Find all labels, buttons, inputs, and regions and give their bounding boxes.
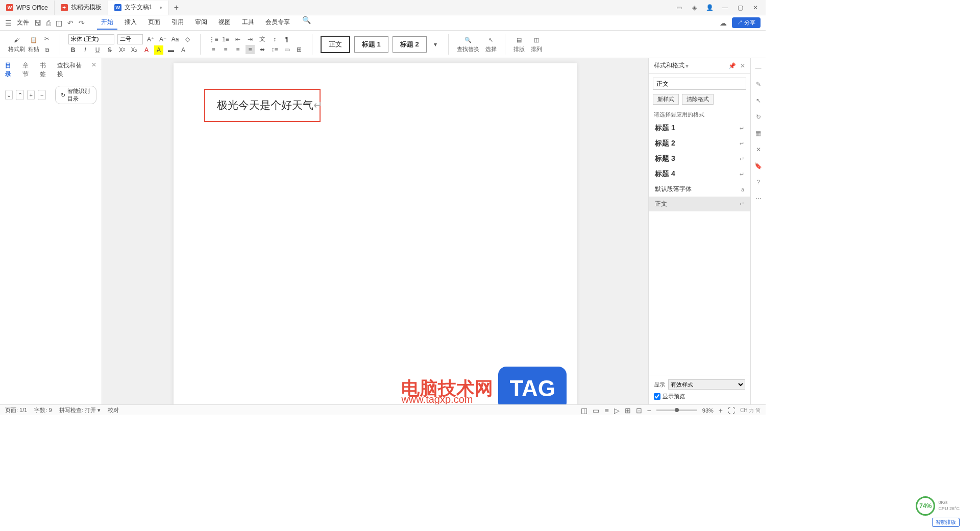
line-spacing-icon[interactable]: ↕≡ <box>270 45 279 54</box>
smart-toc-button[interactable]: ↻ 智能识别目录 <box>55 86 96 104</box>
highlight-button[interactable]: A <box>154 45 163 55</box>
nav-add-button[interactable]: + <box>27 90 35 100</box>
bookmark-icon[interactable]: 🔖 <box>754 161 763 171</box>
tab-wps-office[interactable]: W WPS Office <box>0 1 55 15</box>
style-item-default-font[interactable]: 默认段落字体a <box>649 182 750 197</box>
word-count[interactable]: 字数: 9 <box>34 406 52 414</box>
page[interactable]: 极光今天是个好天气↵ 电脑技术网 www.tagxp.com TAG <box>174 63 577 404</box>
decrease-indent-icon[interactable]: ⇤ <box>233 35 242 44</box>
align-justify-icon[interactable]: ≡ <box>246 45 255 54</box>
fit-width-icon[interactable]: ⊡ <box>636 406 642 415</box>
view-mode-2-icon[interactable]: ▭ <box>593 406 599 415</box>
user-avatar-icon[interactable]: 👤 <box>705 4 714 12</box>
style-heading1[interactable]: 标题 1 <box>354 36 388 53</box>
font-size-select[interactable] <box>117 34 143 44</box>
find-replace-button[interactable]: 🔍 查找替换 <box>457 35 479 53</box>
nav-collapse-button[interactable]: ⌃ <box>16 90 23 100</box>
style-item-h1[interactable]: 标题 1↵ <box>649 120 750 136</box>
nav-tab-chapters[interactable]: 章节 <box>22 61 34 79</box>
new-style-button[interactable]: 新样式 <box>653 94 679 105</box>
cube-icon[interactable]: ◈ <box>690 4 698 12</box>
italic-button[interactable]: I <box>81 45 90 55</box>
close-button[interactable]: ✕ <box>751 4 760 12</box>
close-icon[interactable]: ✕ <box>91 61 96 79</box>
app-menu-icon[interactable]: ▭ <box>675 4 683 12</box>
tab-page[interactable]: 页面 <box>144 16 164 30</box>
arrange-button[interactable]: ◫ 排列 <box>531 35 542 53</box>
new-tab-button[interactable]: + <box>168 3 184 12</box>
tools-icon[interactable]: ✕ <box>754 145 763 154</box>
bullet-list-icon[interactable]: ⋮≡ <box>209 35 218 44</box>
tab-start[interactable]: 开始 <box>97 16 117 30</box>
pointer-icon[interactable]: ↖ <box>754 96 763 105</box>
zoom-level[interactable]: 93% <box>702 407 714 414</box>
zoom-out-icon[interactable]: − <box>647 406 651 415</box>
tab-templates[interactable]: ✦ 找稻壳模板 <box>55 1 108 15</box>
style-normal[interactable]: 正文 <box>321 36 350 53</box>
para-shading-icon[interactable]: ▭ <box>282 45 291 54</box>
search-icon[interactable]: 🔍 <box>302 16 311 30</box>
file-menu[interactable]: 文件 <box>17 18 29 27</box>
fullscreen-icon[interactable]: ⛶ <box>728 406 735 415</box>
superscript-button[interactable]: X² <box>117 45 127 55</box>
show-filter-select[interactable]: 有效样式 <box>668 379 745 390</box>
tab-tools[interactable]: 工具 <box>238 16 258 30</box>
increase-font-icon[interactable]: A⁺ <box>146 35 155 44</box>
clear-format-icon[interactable]: ◇ <box>183 35 192 44</box>
nav-tab-find[interactable]: 查找和替换 <box>57 61 85 79</box>
print-icon[interactable]: ⎙ <box>46 19 51 27</box>
undo-icon[interactable]: ↶ <box>67 19 74 27</box>
help-icon[interactable]: ? <box>754 178 763 187</box>
copy-icon[interactable]: ⧉ <box>42 45 52 55</box>
show-marks-icon[interactable]: ¶ <box>282 35 291 44</box>
nav-tab-bookmarks[interactable]: 书签 <box>40 61 51 79</box>
align-right-icon[interactable]: ≡ <box>233 45 242 54</box>
align-left-icon[interactable]: ≡ <box>209 45 218 54</box>
more-icon[interactable]: ⋯ <box>754 194 763 203</box>
dropdown-icon[interactable]: ▾ <box>685 62 689 69</box>
clear-format-button[interactable]: 清除格式 <box>682 94 714 105</box>
current-style-select[interactable] <box>653 78 746 90</box>
tab-reference[interactable]: 引用 <box>167 16 188 30</box>
strikethrough-button[interactable]: S̶ <box>105 45 114 55</box>
tab-member[interactable]: 会员专享 <box>261 16 294 30</box>
styles-more-icon[interactable]: ▾ <box>431 40 440 49</box>
print-preview-icon[interactable]: ◫ <box>56 19 62 27</box>
redo-icon[interactable]: ↷ <box>79 19 85 27</box>
pin-icon[interactable]: 📌 <box>728 62 736 69</box>
increase-indent-icon[interactable]: ⇥ <box>246 35 255 44</box>
numbered-list-icon[interactable]: 1≡ <box>221 35 230 44</box>
text-direction-icon[interactable]: 文 <box>258 35 267 44</box>
grid-icon[interactable]: ▦ <box>754 129 763 138</box>
style-heading2[interactable]: 标题 2 <box>393 36 427 53</box>
subscript-button[interactable]: X₂ <box>130 45 139 55</box>
hamburger-icon[interactable]: ☰ <box>5 19 12 27</box>
borders-icon[interactable]: ⊞ <box>295 45 304 54</box>
view-mode-5-icon[interactable]: ⊞ <box>625 406 631 415</box>
view-mode-3-icon[interactable]: ≡ <box>604 406 608 415</box>
share-button[interactable]: ↗ 分享 <box>732 17 761 28</box>
change-case-icon[interactable]: Aa <box>170 35 180 44</box>
tab-review[interactable]: 审阅 <box>191 16 211 30</box>
zoom-in-icon[interactable]: + <box>719 406 723 415</box>
underline-button[interactable]: U <box>93 45 102 55</box>
proofread-status[interactable]: 校对 <box>108 406 119 414</box>
preview-checkbox[interactable]: 显示预览 <box>654 393 745 400</box>
format-brush-button[interactable]: 🖌 格式刷 <box>8 35 25 53</box>
style-item-h4[interactable]: 标题 4↵ <box>649 166 750 182</box>
sort-icon[interactable]: ↕ <box>270 35 279 44</box>
paste-button[interactable]: 📋 粘贴 <box>28 35 39 53</box>
align-center-icon[interactable]: ≡ <box>221 45 230 54</box>
zoom-slider[interactable] <box>656 409 697 411</box>
layout-button[interactable]: ▤ 排版 <box>513 35 525 53</box>
style-item-normal[interactable]: 正文↵ <box>649 197 750 211</box>
tab-view[interactable]: 视图 <box>214 16 235 30</box>
distribute-icon[interactable]: ⬌ <box>258 45 267 54</box>
reading-mode-icon[interactable]: ▷ <box>614 406 620 415</box>
style-item-h3[interactable]: 标题 3↵ <box>649 151 750 166</box>
nav-expand-button[interactable]: ⌄ <box>5 90 13 100</box>
document-canvas[interactable]: 极光今天是个好天气↵ 电脑技术网 www.tagxp.com TAG <box>102 58 648 404</box>
sync-icon[interactable]: ↻ <box>754 112 763 122</box>
view-mode-1-icon[interactable]: ◫ <box>581 406 587 415</box>
bold-button[interactable]: B <box>68 45 78 55</box>
